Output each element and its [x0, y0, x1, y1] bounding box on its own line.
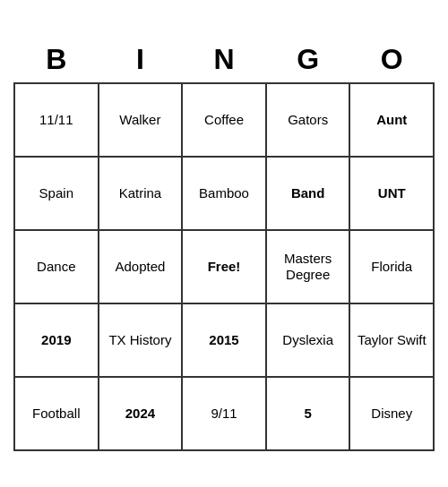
bingo-cell: Walker: [99, 83, 183, 157]
bingo-cell: Aunt: [349, 83, 434, 157]
bingo-cell: Gators: [266, 83, 350, 157]
bingo-cell: Taylor Swift: [349, 303, 434, 377]
bingo-card: BINGO 11/11WalkerCoffeeGatorsAuntSpainKa…: [13, 37, 435, 451]
bingo-header-letter: B: [14, 37, 99, 83]
bingo-cell: 2015: [182, 303, 266, 377]
bingo-cell: Band: [266, 157, 350, 230]
bingo-cell: 5: [266, 377, 350, 450]
bingo-cell: Adopted: [99, 230, 183, 303]
bingo-header: BINGO: [14, 37, 434, 83]
bingo-cell: Spain: [14, 157, 99, 230]
bingo-row: DanceAdoptedFree!Masters DegreeFlorida: [14, 230, 434, 303]
bingo-cell: Football: [14, 377, 99, 450]
bingo-cell: 2024: [99, 377, 183, 450]
bingo-header-letter: I: [99, 37, 183, 83]
bingo-cell: Coffee: [182, 83, 266, 157]
bingo-cell: TX History: [99, 303, 183, 377]
bingo-cell: Dyslexia: [266, 303, 350, 377]
bingo-row: 2019TX History2015DyslexiaTaylor Swift: [14, 303, 434, 377]
bingo-cell: 11/11: [14, 83, 99, 157]
bingo-header-letter: G: [266, 37, 350, 83]
bingo-cell: 9/11: [182, 377, 266, 450]
bingo-cell: Bamboo: [182, 157, 266, 230]
bingo-cell: Dance: [14, 230, 99, 303]
bingo-cell: Disney: [349, 377, 434, 450]
bingo-row: Football20249/115Disney: [14, 377, 434, 450]
bingo-header-letter: N: [182, 37, 266, 83]
bingo-cell: UNT: [349, 157, 434, 230]
bingo-row: SpainKatrinaBambooBandUNT: [14, 157, 434, 230]
bingo-cell: Free!: [182, 230, 266, 303]
bingo-cell: Masters Degree: [266, 230, 350, 303]
bingo-cell: 2019: [14, 303, 99, 377]
bingo-header-letter: O: [349, 37, 434, 83]
bingo-cell: Katrina: [99, 157, 183, 230]
bingo-row: 11/11WalkerCoffeeGatorsAunt: [14, 83, 434, 157]
bingo-cell: Florida: [349, 230, 434, 303]
